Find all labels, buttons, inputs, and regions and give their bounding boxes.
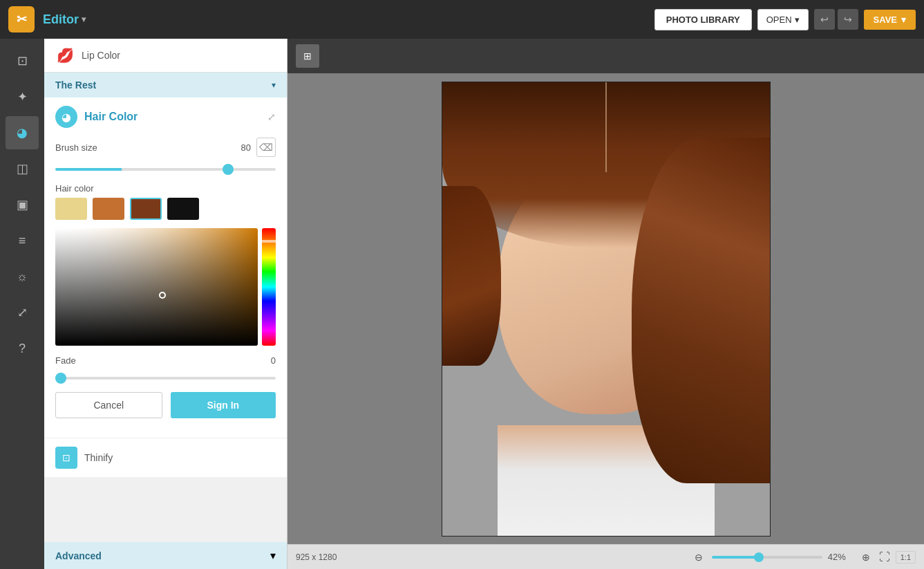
photo-frame [442,82,771,537]
hue-cursor [262,240,276,243]
face-photo [442,82,770,536]
open-button[interactable]: OPEN ▾ [757,9,809,30]
zoom-reset-button[interactable]: 1:1 [896,551,916,563]
canvas-tool-icon: ⊞ [303,50,312,62]
brush-size-slider[interactable] [55,168,276,171]
crop-icon[interactable]: ⊡ [6,44,39,77]
hair-parting [605,82,607,172]
lip-color-item[interactable]: 💋 Lip Color [44,39,287,73]
brush-size-row: Brush size 80 ⌫ [55,138,276,157]
advanced-section[interactable]: Advanced ▾ [44,542,287,569]
color-swatch-2[interactable] [130,198,162,220]
hair-icon[interactable]: ◕ [6,116,39,149]
canvas-tool-button[interactable]: ⊞ [296,44,319,68]
color-gradient-picker[interactable] [55,228,258,346]
magic-icon[interactable]: ✦ [6,80,39,113]
thinify-label: Thinify [84,452,113,463]
fade-value: 0 [271,355,276,366]
the-rest-section-header[interactable]: The Rest ▾ [44,73,287,97]
redo-button[interactable]: ↪ [838,9,858,30]
the-rest-chevron-icon: ▾ [272,80,276,90]
thinify-icon: ⊡ [55,447,77,469]
hair-color-header: ◕ Hair Color ⤢ [55,106,276,128]
canvas-area: ⊞ [287,39,924,569]
brush-size-value: 80 [241,142,251,153]
color-picker[interactable] [55,228,276,346]
layers-icon[interactable]: ◫ [6,152,39,185]
color-hue-bar[interactable] [262,228,276,346]
photo-library-button[interactable]: PHOTO LIBRARY [654,9,752,30]
color-swatch-3[interactable] [167,198,199,220]
cancel-button[interactable]: Cancel [55,392,162,418]
open-button-label: OPEN [766,15,792,25]
light-icon[interactable]: ☼ [6,260,39,293]
hair-color-sub-row: Hair color [55,183,276,194]
undo-button[interactable]: ↩ [814,9,835,30]
advanced-chevron-icon: ▾ [270,549,276,562]
hair-right [632,138,770,483]
erase-button[interactable]: ⌫ [256,138,276,157]
canvas-toolbar: ⊞ [287,39,924,73]
editor-title-chevron[interactable]: ▾ [82,15,86,24]
expand-icon[interactable]: ⤢ [6,296,39,329]
editor-title-text: Editor [43,12,79,27]
editor-title: Editor ▾ [43,12,86,27]
brush-size-slider-wrap [55,161,276,174]
color-swatch-0[interactable] [55,198,87,220]
logo-icon: ✂ [17,12,27,27]
brush-size-right: 80 ⌫ [241,138,276,157]
action-buttons: Cancel Sign In [55,392,276,418]
image-dimensions: 925 x 1280 [296,552,337,562]
help-icon[interactable]: ? [6,332,39,365]
zoom-out-button[interactable]: ⊖ [691,550,706,565]
hair-left [442,186,501,366]
hair-color-section: ◕ Hair Color ⤢ Brush size 80 ⌫ Hair colo… [44,97,287,438]
hair-color-swatches [55,198,276,220]
lines-icon[interactable]: ≡ [6,224,39,257]
save-button[interactable]: SAVE ▾ [864,10,916,30]
frame-icon[interactable]: ▣ [6,188,39,221]
external-link-icon[interactable]: ⤢ [267,111,276,122]
color-gradient-dark [55,228,258,346]
app-logo: ✂ [8,6,35,32]
thinify-item[interactable]: ⊡ Thinify [44,438,287,477]
fade-slider-wrap [55,370,276,382]
fade-slider[interactable] [55,377,276,380]
the-rest-label: The Rest [55,80,96,91]
hair-color-sub-label: Hair color [55,183,94,194]
fade-label: Fade [55,355,76,366]
tools-panel: 💋 Lip Color The Rest ▾ ◕ Hair Color ⤢ Br… [44,39,287,569]
main-content: ⊡✦◕◫▣≡☼⤢? 💋 Lip Color The Rest ▾ ◕ Hair … [0,39,924,569]
zoom-percent: 42% [828,552,853,562]
zoom-controls: ⊖ 42% ⊕ ⛶ 1:1 [691,550,916,565]
sign-in-button[interactable]: Sign In [171,392,276,418]
canvas-bottom-bar: 925 x 1280 ⊖ 42% ⊕ ⛶ 1:1 [287,544,924,569]
save-chevron-icon: ▾ [901,15,906,25]
fade-row: Fade 0 [55,355,276,366]
hair-color-title: Hair Color [84,111,138,123]
top-bar: ✂ Editor ▾ PHOTO LIBRARY OPEN ▾ ↩ ↪ SAVE… [0,0,924,39]
lip-color-label: Lip Color [82,50,120,61]
open-chevron-icon: ▾ [795,15,800,25]
zoom-slider[interactable] [712,556,822,559]
icon-sidebar: ⊡✦◕◫▣≡☼⤢? [0,39,44,569]
save-button-label: SAVE [874,15,897,25]
brush-size-label: Brush size [55,142,97,153]
lip-color-icon: 💋 [55,46,75,65]
top-bar-actions: PHOTO LIBRARY OPEN ▾ ↩ ↪ SAVE ▾ [654,9,916,30]
hair-color-title-wrap: ◕ Hair Color [55,106,138,128]
zoom-expand-button[interactable]: ⛶ [879,551,890,563]
canvas-main [287,73,924,544]
hair-color-section-icon: ◕ [55,106,77,128]
color-swatch-1[interactable] [93,198,124,220]
zoom-in-button[interactable]: ⊕ [858,550,874,565]
advanced-label: Advanced [55,550,102,561]
undo-redo-group: ↩ ↪ [814,9,858,30]
